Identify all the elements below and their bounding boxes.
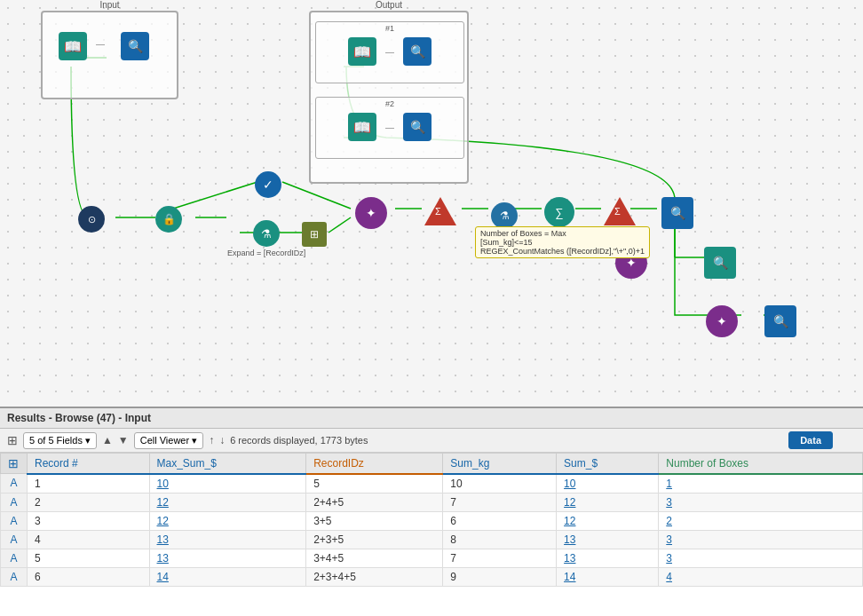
input-browse-node[interactable]: 🔍 xyxy=(121,32,149,60)
cell-num_boxes: 3 xyxy=(659,549,863,567)
input-book-node[interactable]: 📖 xyxy=(59,32,87,60)
results-panel: Results - Browse (47) - Input ⊞ 5 of 5 F… xyxy=(0,408,863,616)
cell-sum_kg: 10 xyxy=(443,474,557,494)
grid-icon: ⊞ xyxy=(7,433,18,447)
nav-up-icon[interactable]: ↑ xyxy=(209,434,214,446)
viewer-dropdown[interactable]: Cell Viewer ▾ xyxy=(134,432,203,449)
table-header-row: ⊞ Record # Max_Sum_$ RecordIDz Sum_kg Su… xyxy=(1,454,863,474)
results-header: Results - Browse (47) - Input xyxy=(0,408,863,429)
crossjoin-node[interactable]: ✦ xyxy=(355,197,387,229)
svg-line-3 xyxy=(173,182,257,209)
output-label: Output xyxy=(311,0,467,10)
cell-record_idz: 2+4+5 xyxy=(306,493,443,511)
col-max-sum: Max_Sum_$ xyxy=(149,454,306,474)
cell-max_sum: 12 xyxy=(149,493,306,511)
cell-num_boxes: 3 xyxy=(659,530,863,549)
input-label: Input xyxy=(43,0,177,10)
cell-sum_dollar: 12 xyxy=(557,511,659,530)
row-icon-col: ⊞ xyxy=(1,454,28,474)
row-indicator: A xyxy=(1,474,28,494)
row-indicator: A xyxy=(1,511,28,530)
output2-label: #2 xyxy=(316,99,463,108)
row-indicator: A xyxy=(1,567,28,586)
col-record-num: Record # xyxy=(28,454,150,474)
row-indicator: A xyxy=(1,530,28,549)
dropdown-arrow-icon: ▾ xyxy=(85,435,91,446)
data-button[interactable]: Data xyxy=(788,431,833,449)
nav-down-icon[interactable]: ↓ xyxy=(219,434,225,446)
expand-label: Expand = [RecordIDz] xyxy=(227,249,305,257)
data-table: ⊞ Record # Max_Sum_$ RecordIDz Sum_kg Su… xyxy=(0,453,863,616)
fields-dropdown[interactable]: 5 of 5 Fields ▾ xyxy=(23,432,97,449)
table-row: A6142+3+4+59144 xyxy=(1,567,863,586)
summarize1-node[interactable]: Σ xyxy=(424,197,456,225)
cell-max_sum: 10 xyxy=(149,474,306,494)
fieldinfo-node[interactable]: ⊙ xyxy=(78,206,105,233)
output2-browse[interactable]: 🔍 xyxy=(403,113,432,141)
cell-max_sum: 12 xyxy=(149,511,306,530)
join-node[interactable]: ✦ xyxy=(615,247,647,279)
cell-record_num: 4 xyxy=(28,530,150,549)
cell-sum_dollar: 13 xyxy=(557,549,659,567)
cell-sum_dollar: 10 xyxy=(557,474,659,494)
row-indicator: A xyxy=(1,549,28,567)
cell-record_idz: 5 xyxy=(306,474,443,494)
cell-sum_kg: 6 xyxy=(443,511,557,530)
table-row: A3123+56122 xyxy=(1,511,863,530)
formula-node[interactable]: ∑ xyxy=(544,197,574,227)
cell-num_boxes: 3 xyxy=(659,493,863,511)
table-body: A110510101A2122+4+57123A3123+56122A4132+… xyxy=(1,474,863,587)
cell-sum_kg: 8 xyxy=(443,530,557,549)
cell-max_sum: 14 xyxy=(149,567,306,586)
cell-record_num: 1 xyxy=(28,474,150,494)
col-sum-dollar: Sum_$ xyxy=(557,454,659,474)
output2-book[interactable]: 📖 xyxy=(348,113,376,141)
join-bottom-node[interactable]: ✦ xyxy=(706,305,738,337)
cell-sum_kg: 9 xyxy=(443,567,557,586)
lock-node[interactable]: 🔒 xyxy=(155,206,182,233)
table-row: A110510101 xyxy=(1,474,863,494)
table-row: A2122+4+57123 xyxy=(1,493,863,511)
cell-record_idz: 2+3+4+5 xyxy=(306,567,443,586)
cell-sum_dollar: 14 xyxy=(557,567,659,586)
connector2: — xyxy=(385,122,394,132)
row-indicator: A xyxy=(1,493,28,511)
browse-bottom-node[interactable]: 🔍 xyxy=(764,305,796,337)
cell-num_boxes: 4 xyxy=(659,567,863,586)
cell-sum_dollar: 13 xyxy=(557,530,659,549)
cell-record_idz: 2+3+5 xyxy=(306,530,443,549)
row-icon: ⊞ xyxy=(8,456,19,470)
output1-label: #1 xyxy=(316,24,463,33)
cell-max_sum: 13 xyxy=(149,530,306,549)
svg-line-4 xyxy=(282,182,351,209)
grid-node[interactable]: ⊞ xyxy=(302,222,327,247)
cell-sum_kg: 7 xyxy=(443,493,557,511)
svg-line-6 xyxy=(329,217,351,233)
browse-lower-node[interactable]: 🔍 xyxy=(704,247,736,279)
connector-arrow: — xyxy=(96,39,105,49)
check-node[interactable]: ✓ xyxy=(255,171,281,198)
output2-box: #2 📖 — 🔍 xyxy=(315,97,464,159)
sort-down-icon[interactable]: ▼ xyxy=(118,434,129,446)
cell-max_sum: 13 xyxy=(149,549,306,567)
output1-book[interactable]: 📖 xyxy=(348,37,376,66)
cell-record_num: 5 xyxy=(28,549,150,567)
sort-up-icon[interactable]: ▲ xyxy=(102,434,113,446)
cell-record_num: 6 xyxy=(28,567,150,586)
filter-node[interactable]: ⚗ xyxy=(491,202,518,229)
science-node[interactable]: ⚗ Expand = [RecordIDz] xyxy=(227,220,305,257)
viewer-arrow-icon: ▾ xyxy=(192,435,197,446)
browse-main-node[interactable]: 🔍 xyxy=(661,197,693,229)
output1-browse[interactable]: 🔍 xyxy=(403,37,432,66)
workflow-canvas: Input 📖 — 🔍 Output #1 📖 — 🔍 #2 📖 xyxy=(0,0,863,408)
cell-record_idz: 3+4+5 xyxy=(306,549,443,567)
input-container: Input 📖 — 🔍 xyxy=(41,11,178,99)
cell-record_num: 2 xyxy=(28,493,150,511)
cell-sum_kg: 7 xyxy=(443,549,557,567)
col-num-boxes: Number of Boxes xyxy=(659,454,863,474)
cell-sum_dollar: 12 xyxy=(557,493,659,511)
output-container: Output #1 📖 — 🔍 #2 📖 — 🔍 xyxy=(309,11,469,184)
table-row: A5133+4+57133 xyxy=(1,549,863,567)
summarize2-node[interactable]: Σ xyxy=(604,197,636,225)
cell-num_boxes: 2 xyxy=(659,511,863,530)
